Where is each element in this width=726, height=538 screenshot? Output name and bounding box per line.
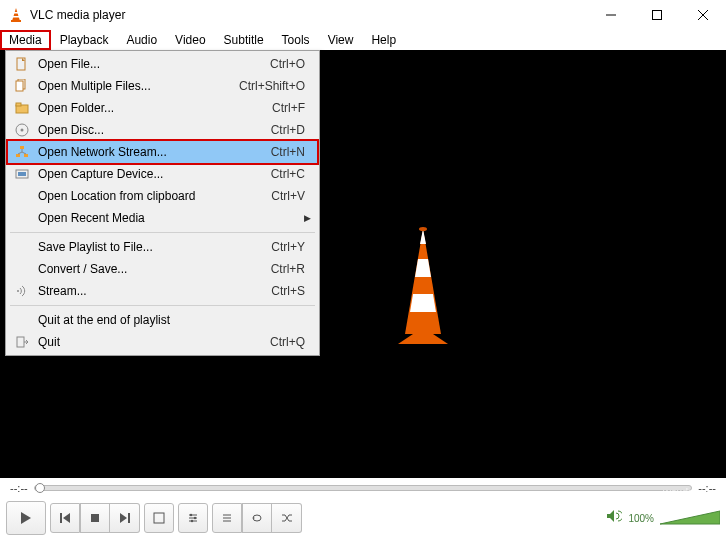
svg-rect-38 — [128, 513, 130, 523]
svg-marker-10 — [405, 229, 441, 334]
menubar: Media Playback Audio Video Subtitle Tool… — [0, 30, 726, 50]
media-dropdown: Open File... Ctrl+O Open Multiple Files.… — [5, 50, 320, 356]
window-controls — [588, 0, 726, 30]
stream-icon — [12, 283, 32, 299]
menu-quit[interactable]: Quit Ctrl+Q — [8, 331, 317, 353]
menu-open-multiple-files[interactable]: Open Multiple Files... Ctrl+Shift+O — [8, 75, 317, 97]
stop-button[interactable] — [80, 503, 110, 533]
fullscreen-button[interactable] — [144, 503, 174, 533]
svg-rect-22 — [20, 146, 24, 149]
menu-view[interactable]: View — [319, 30, 363, 50]
prev-button[interactable] — [50, 503, 80, 533]
menu-open-recent[interactable]: Open Recent Media ▶ — [8, 207, 317, 229]
speaker-icon[interactable] — [606, 509, 622, 527]
svg-rect-3 — [13, 16, 19, 18]
svg-line-26 — [18, 152, 22, 154]
svg-marker-51 — [660, 511, 720, 524]
menu-audio[interactable]: Audio — [117, 30, 166, 50]
menu-open-file[interactable]: Open File... Ctrl+O — [8, 53, 317, 75]
svg-rect-17 — [16, 81, 23, 91]
svg-rect-24 — [24, 154, 28, 157]
svg-rect-31 — [17, 337, 24, 347]
menu-separator — [10, 232, 315, 233]
svg-rect-5 — [653, 11, 662, 20]
menu-video[interactable]: Video — [166, 30, 214, 50]
svg-rect-2 — [14, 12, 18, 14]
folder-icon — [12, 100, 32, 116]
menu-open-folder[interactable]: Open Folder... Ctrl+F — [8, 97, 317, 119]
loop-button[interactable] — [242, 503, 272, 533]
menu-subtitle[interactable]: Subtitle — [215, 30, 273, 50]
svg-point-14 — [419, 227, 427, 231]
menu-quit-end-playlist[interactable]: Quit at the end of playlist — [8, 309, 317, 331]
menu-help[interactable]: Help — [362, 30, 405, 50]
vlc-cone-logo — [373, 219, 473, 349]
svg-marker-50 — [607, 510, 614, 522]
svg-rect-39 — [154, 513, 164, 523]
submenu-arrow-icon: ▶ — [304, 213, 311, 223]
menu-media[interactable]: Media — [0, 30, 51, 50]
svg-rect-23 — [16, 154, 20, 157]
minimize-button[interactable] — [588, 0, 634, 30]
time-current: --:-- — [10, 482, 28, 494]
svg-rect-29 — [18, 172, 26, 176]
svg-line-27 — [22, 152, 26, 154]
next-button[interactable] — [110, 503, 140, 533]
menu-playback[interactable]: Playback — [51, 30, 118, 50]
svg-point-45 — [191, 520, 193, 522]
extended-settings-button[interactable] — [178, 503, 208, 533]
svg-marker-37 — [120, 513, 127, 523]
menu-save-playlist[interactable]: Save Playlist to File... Ctrl+Y — [8, 236, 317, 258]
maximize-button[interactable] — [634, 0, 680, 30]
seek-bar: --:-- --:-- — [0, 478, 726, 498]
svg-point-44 — [194, 517, 196, 519]
svg-marker-13 — [410, 294, 436, 312]
svg-marker-0 — [12, 8, 20, 21]
seek-track[interactable] — [34, 485, 693, 491]
svg-point-43 — [190, 514, 192, 516]
svg-marker-11 — [420, 229, 426, 244]
menu-convert-save[interactable]: Convert / Save... Ctrl+R — [8, 258, 317, 280]
menu-tools[interactable]: Tools — [273, 30, 319, 50]
files-icon — [12, 78, 32, 94]
playlist-button[interactable] — [212, 503, 242, 533]
window-title: VLC media player — [30, 8, 588, 22]
vlc-icon — [8, 7, 24, 23]
svg-marker-34 — [63, 513, 70, 523]
svg-rect-19 — [16, 103, 21, 106]
button-row: 100% — [0, 498, 726, 538]
svg-point-30 — [17, 290, 19, 292]
menu-stream[interactable]: Stream... Ctrl+S — [8, 280, 317, 302]
file-icon — [12, 56, 32, 72]
volume-slider[interactable] — [660, 509, 720, 527]
menu-separator — [10, 305, 315, 306]
svg-point-21 — [21, 129, 24, 132]
svg-marker-33 — [21, 512, 31, 524]
controls-bar: --:-- --:-- 100% — [0, 478, 726, 538]
play-button[interactable] — [6, 501, 46, 535]
menu-open-capture-device[interactable]: Open Capture Device... Ctrl+C — [8, 163, 317, 185]
svg-rect-35 — [60, 513, 62, 523]
shuffle-button[interactable] — [272, 503, 302, 533]
network-icon — [12, 144, 32, 160]
quit-icon — [12, 334, 32, 350]
svg-rect-1 — [11, 20, 21, 22]
close-button[interactable] — [680, 0, 726, 30]
menu-open-clipboard[interactable]: Open Location from clipboard Ctrl+V — [8, 185, 317, 207]
watermark: wsxdn.com — [663, 486, 718, 498]
volume-percent: 100% — [628, 513, 654, 524]
capture-icon — [12, 166, 32, 182]
svg-rect-36 — [91, 514, 99, 522]
svg-marker-49 — [253, 517, 255, 519]
titlebar: VLC media player — [0, 0, 726, 30]
menu-open-disc[interactable]: Open Disc... Ctrl+D — [8, 119, 317, 141]
menu-open-network-stream[interactable]: Open Network Stream... Ctrl+N — [6, 139, 319, 165]
seek-knob[interactable] — [35, 483, 45, 493]
volume-area: 100% — [606, 509, 720, 527]
disc-icon — [12, 122, 32, 138]
